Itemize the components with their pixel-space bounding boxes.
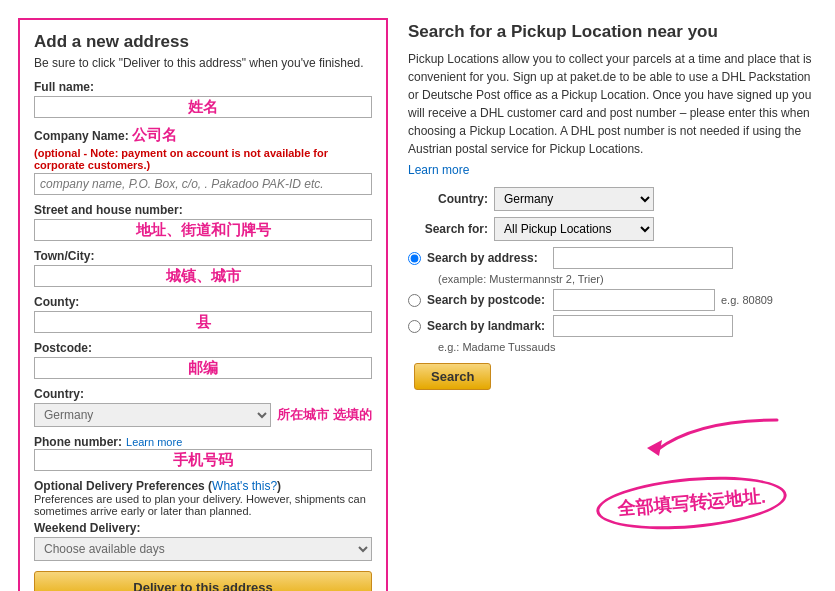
postcode-hint: e.g. 80809	[721, 294, 773, 306]
search-by-landmark-hint: e.g.: Madame Tussauds	[438, 341, 817, 353]
circle-annotation: 全部填写转运地址.	[594, 470, 789, 536]
search-by-postcode-input[interactable]	[553, 289, 715, 311]
street-label: Street and house number:	[34, 203, 372, 217]
search-by-landmark-radio[interactable]	[408, 320, 421, 333]
county-group: County: 县	[34, 295, 372, 333]
town-label: Town/City:	[34, 249, 372, 263]
pickup-locations-panel: Search for a Pickup Location near you Pi…	[408, 18, 817, 591]
postcode-label: Postcode:	[34, 341, 372, 355]
optional-delivery-title: Optional Delivery Preferences	[34, 479, 205, 493]
town-input-wrapper: 城镇、城市	[34, 265, 372, 287]
company-label: Company Name: 公司名	[34, 126, 372, 145]
phone-input[interactable]	[34, 449, 372, 471]
optional-delivery-group: Optional Delivery Preferences (What's th…	[34, 479, 372, 561]
search-by-address-input[interactable]	[553, 247, 733, 269]
street-input[interactable]	[34, 219, 372, 241]
search-for-select[interactable]: All Pickup Locations	[494, 217, 654, 241]
phone-label: Phone number:	[34, 435, 122, 449]
add-address-subtitle: Be sure to click "Deliver to this addres…	[34, 56, 372, 70]
town-group: Town/City: 城镇、城市	[34, 249, 372, 287]
weekend-select[interactable]: Choose available days	[34, 537, 372, 561]
fullname-label: Full name:	[34, 80, 372, 94]
search-button[interactable]: Search	[414, 363, 491, 390]
add-address-panel: Add a new address Be sure to click "Deli…	[18, 18, 388, 591]
county-input[interactable]	[34, 311, 372, 333]
search-by-address-label: Search by address:	[427, 251, 547, 265]
learn-more-link[interactable]: Learn more	[408, 163, 469, 177]
deliver-button[interactable]: Deliver to this address	[34, 571, 372, 591]
search-by-postcode-row: Search by postcode: e.g. 80809	[408, 289, 817, 311]
svg-marker-0	[647, 440, 662, 456]
street-input-wrapper: 地址、街道和门牌号	[34, 219, 372, 241]
fullname-input[interactable]	[34, 96, 372, 118]
search-for-label: Search for:	[408, 222, 488, 236]
search-by-address-hint: (example: Mustermannstr 2, Trier)	[438, 273, 817, 285]
company-input[interactable]	[34, 173, 372, 195]
weekend-label: Weekend Delivery:	[34, 521, 372, 535]
optional-delivery-desc: Preferences are used to plan your delive…	[34, 493, 372, 517]
phone-learn-more-link[interactable]: Learn more	[126, 436, 182, 448]
search-country-row: Country: Germany Austria	[408, 187, 817, 211]
town-input[interactable]	[34, 265, 372, 287]
company-group: Company Name: 公司名 (optional - Note: paym…	[34, 126, 372, 195]
search-country-select[interactable]: Germany Austria	[494, 187, 654, 211]
search-by-address-radio[interactable]	[408, 252, 421, 265]
county-input-wrapper: 县	[34, 311, 372, 333]
pickup-desc: Pickup Locations allow you to collect yo…	[408, 50, 817, 158]
street-group: Street and house number: 地址、街道和门牌号	[34, 203, 372, 241]
optional-delivery-link[interactable]: What's this?	[212, 479, 277, 493]
postcode-input[interactable]	[34, 357, 372, 379]
company-annotation: 公司名	[132, 126, 177, 143]
search-form: Country: Germany Austria Search for: All…	[408, 187, 817, 390]
optional-delivery-title-row: Optional Delivery Preferences (What's th…	[34, 479, 372, 493]
phone-input-wrapper: 手机号码	[34, 449, 372, 471]
search-by-postcode-label: Search by postcode:	[427, 293, 547, 307]
search-for-row: Search for: All Pickup Locations	[408, 217, 817, 241]
search-by-postcode-radio[interactable]	[408, 294, 421, 307]
country-annotation: 所在城市 选填的	[277, 406, 372, 424]
phone-label-row: Phone number: Learn more	[34, 435, 372, 449]
search-by-address-row: Search by address:	[408, 247, 817, 269]
add-address-title: Add a new address	[34, 32, 372, 52]
company-note: (optional - Note: payment on account is …	[34, 147, 372, 171]
postcode-input-wrapper: 邮编	[34, 357, 372, 379]
phone-group: Phone number: Learn more 手机号码	[34, 435, 372, 471]
fullname-input-wrapper: 姓名	[34, 96, 372, 118]
country-select[interactable]: Germany Austria	[34, 403, 271, 427]
search-by-landmark-label: Search by landmark:	[427, 319, 547, 333]
fullname-group: Full name: 姓名	[34, 80, 372, 118]
arrow-icon	[637, 410, 797, 470]
pickup-locations-title: Search for a Pickup Location near you	[408, 22, 817, 42]
search-country-label: Country:	[408, 192, 488, 206]
country-row: Germany Austria 所在城市 选填的	[34, 403, 372, 427]
country-group: Country: Germany Austria 所在城市 选填的	[34, 387, 372, 427]
country-label: Country:	[34, 387, 372, 401]
postcode-group: Postcode: 邮编	[34, 341, 372, 379]
search-by-landmark-input[interactable]	[553, 315, 733, 337]
county-label: County:	[34, 295, 372, 309]
search-by-landmark-row: Search by landmark:	[408, 315, 817, 337]
annotation-area: 全部填写转运地址.	[408, 410, 817, 528]
